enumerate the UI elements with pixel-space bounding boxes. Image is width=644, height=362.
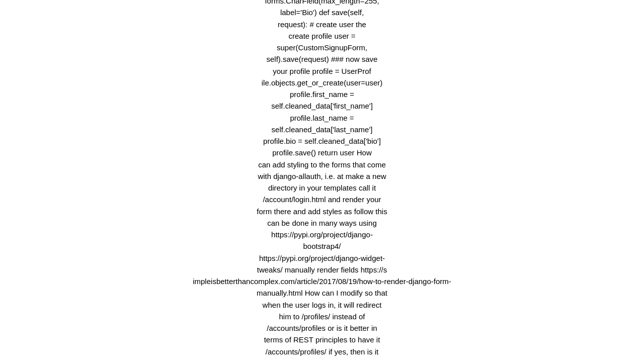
main-content: forms.CharField(max_length=255,label='Bi…: [0, 0, 644, 362]
text-line: your profile profile = UserProf: [273, 67, 371, 75]
main-text: forms.CharField(max_length=255,label='Bi…: [193, 0, 451, 357]
text-line: /account/login.html and render your: [263, 195, 381, 204]
text-block: forms.CharField(max_length=255,label='Bi…: [188, 0, 456, 357]
text-line: form there and add styles as follow this: [257, 207, 387, 216]
text-line: bootstrap4/: [303, 242, 341, 250]
text-line: self.cleaned_data['first_name']: [271, 102, 373, 110]
text-line: profile.first_name =: [290, 90, 354, 99]
text-line: can be done in many ways using: [267, 219, 377, 227]
text-line: can add styling to the forms that come: [258, 160, 385, 169]
text-line: manually.html How can I modify so that: [257, 289, 387, 297]
text-line: forms.CharField(max_length=255,: [265, 0, 379, 5]
text-line: /accounts/profiles/ if yes, then is it: [266, 347, 378, 356]
text-line: ile.objects.get_or_create(user=user): [262, 78, 383, 87]
text-line: super(CustomSignupForm,: [277, 43, 367, 52]
text-line: directory in your templates call it: [268, 184, 376, 192]
text-line: profile.bio = self.cleaned_data['bio']: [263, 137, 381, 145]
text-line: profile.save() return user How: [272, 148, 372, 157]
text-line: profile.last_name =: [290, 114, 354, 122]
text-line: when the user logs in, it will redirect: [263, 301, 382, 309]
text-line: request): # create user the: [278, 20, 366, 29]
text-line: /accounts/profiles or is it better in: [267, 324, 377, 332]
text-line: self.cleaned_data['last_name']: [272, 125, 373, 134]
text-line: tweaks/ manually render fields https://s: [257, 265, 387, 274]
text-line: him to /profiles/ instead of: [279, 312, 365, 321]
text-line: create profile user =: [289, 32, 356, 40]
text-line: impleisbetterthancomplex.com/article/201…: [193, 277, 451, 286]
text-line: https://pypi.org/project/django-widget-: [259, 254, 385, 262]
text-line: with django-allauth, i.e. at make a new: [258, 172, 386, 180]
text-line: label='Bio') def save(self,: [280, 8, 364, 17]
text-line: self).save(request) ### now save: [267, 55, 378, 63]
text-line: https://pypi.org/project/django-: [271, 230, 373, 239]
text-line: terms of REST principles to have it: [264, 335, 380, 344]
